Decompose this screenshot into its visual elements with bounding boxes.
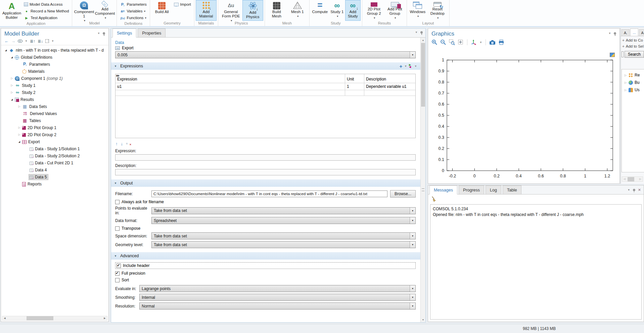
panel-menu-caret[interactable]: ▼ [628, 188, 630, 191]
back-arrow-icon[interactable]: ← [4, 39, 9, 44]
combobox-caret-icon[interactable]: ▼ [410, 52, 415, 58]
full-precision-checkbox[interactable] [115, 271, 120, 276]
expand-arrow[interactable]: ▷ [17, 133, 21, 136]
pin-icon[interactable] [420, 31, 423, 34]
tree-item-body[interactable]: Data 4 [29, 167, 48, 173]
plot-group2-button[interactable]: 2D Plot Group 2▼ [364, 0, 384, 21]
tree-item[interactable]: Data 4 [1, 166, 108, 173]
tree-item-body[interactable]: Export [21, 139, 41, 145]
add-to-component-link[interactable]: + Add to Co [622, 38, 644, 42]
sidebar-tab-active[interactable]: ... [630, 29, 638, 36]
tab-properties[interactable]: Properties [138, 29, 166, 37]
geometry-level-combobox[interactable]: Take from data set▼ [151, 241, 416, 248]
add-physics-button[interactable]: Add Physics [242, 0, 263, 21]
collapse-arrow-icon[interactable]: ▼ [114, 65, 117, 68]
scrollbar-thumb[interactable] [628, 177, 634, 181]
tab-messages[interactable]: Messages [429, 185, 457, 195]
data-set-combobox[interactable]: 0.005 ▼ [115, 51, 416, 58]
collapse-arrow-icon[interactable]: ▼ [114, 182, 117, 185]
snapshot-camera-icon[interactable] [489, 40, 496, 45]
plot-canvas[interactable]: -0.200.20.40.60.811.200.10.20.30.40.50.6… [431, 57, 618, 181]
sidebar-tab[interactable]: A. [639, 29, 644, 36]
add-component-button[interactable]: Add Component▼ [94, 0, 115, 21]
delete-button[interactable] [126, 142, 130, 146]
add-to-selection-link[interactable]: + Add to Sel [622, 44, 644, 48]
tree-item[interactable]: ◢Results [1, 96, 108, 103]
expand-arrow[interactable]: ▷ [10, 77, 14, 80]
tree-item[interactable]: Reports [1, 180, 108, 187]
scrollbar-grip[interactable] [422, 188, 424, 191]
tree-item[interactable]: Derived Values [1, 110, 108, 117]
tab-log[interactable]: Log [486, 185, 501, 194]
tree-item-body[interactable]: nlm - with T in cont eqs - theta replace… [8, 47, 105, 53]
tab-table[interactable]: Table [503, 185, 521, 194]
tree-item-body[interactable]: Tables [21, 118, 42, 123]
mesh1-button[interactable]: Mesh 1▼ [287, 0, 308, 21]
unit-cell[interactable]: 1 [345, 83, 364, 90]
expand-arrow[interactable]: ▷ [625, 74, 629, 77]
tree-item[interactable]: ◢Global Definitions [1, 54, 108, 61]
component1-button[interactable]: Component 1▼ [74, 0, 94, 21]
dropdown-caret[interactable]: ▼ [51, 40, 54, 43]
build-all-button[interactable]: Build All [151, 0, 172, 21]
tree-item[interactable]: ▷Study 2 [1, 89, 108, 96]
combobox-caret-icon[interactable]: ▼ [410, 208, 415, 214]
collapse-all-icon[interactable]: ≣↑ [30, 39, 35, 44]
output-section-header[interactable]: ▼ Output [111, 179, 420, 187]
tree-item-body[interactable]: Materials [21, 69, 46, 74]
tree-item[interactable]: ◢Export [1, 138, 108, 145]
study1-button[interactable]: Study 1▼ [329, 0, 345, 21]
expand-arrow[interactable]: ▷ [10, 91, 14, 94]
tree-item-body[interactable]: Data - Cut Point 2D 1 [29, 160, 75, 166]
move-down-button[interactable]: ↓ [121, 142, 123, 146]
collapse-arrow[interactable]: ◢ [10, 98, 14, 101]
scroll-up-button[interactable]: ▲ [421, 38, 425, 43]
expressions-section-header[interactable]: ▼ Expressions + ▼ ▼ [111, 62, 420, 70]
space-dimension-combobox[interactable]: Take from data set▼ [151, 232, 416, 239]
tree-item[interactable]: ◢nlm - with T in cont eqs - theta replac… [1, 47, 108, 54]
combobox-caret-icon[interactable]: ▼ [410, 241, 415, 248]
print-icon[interactable] [498, 40, 504, 45]
pin-icon[interactable] [103, 32, 105, 35]
forward-arrow-icon[interactable]: → [11, 39, 15, 44]
functions-button[interactable]: Functions▼ [118, 14, 148, 21]
tab-settings[interactable]: Settings [112, 29, 136, 38]
tree-item[interactable]: ▷Component 1(comp 1) [1, 75, 108, 82]
dropdown-caret[interactable]: ▼ [479, 41, 482, 44]
expand-arrow[interactable]: ▷ [17, 126, 21, 129]
reset-desktop-button[interactable]: Reset Desktop▼ [427, 0, 448, 21]
collapse-arrow-icon[interactable]: ▼ [114, 255, 117, 258]
smoothing-combobox[interactable]: Internal▼ [139, 294, 416, 301]
scroll-right-button[interactable]: ▷ [638, 177, 643, 181]
combobox-caret-icon[interactable]: ▼ [410, 233, 415, 239]
expand-arrow[interactable]: ▷ [10, 84, 14, 87]
combobox-caret-icon[interactable]: ▼ [410, 285, 415, 292]
scrollbar-thumb[interactable] [421, 43, 425, 107]
sort-checkbox[interactable] [115, 278, 120, 282]
zoom-extents-icon[interactable] [458, 39, 464, 45]
tree-item-body[interactable]: Component 1(comp 1) [14, 76, 64, 81]
tab-progress[interactable]: Progress [459, 185, 484, 194]
advanced-section-header[interactable]: ▼ Advanced [111, 252, 420, 260]
add-study-button[interactable]: Add Study [345, 0, 361, 21]
expression-input[interactable] [115, 154, 416, 161]
collapse-arrow[interactable]: ◢ [10, 56, 14, 59]
build-mesh-button[interactable]: Build Mesh [266, 0, 287, 21]
windows-button[interactable]: Windows▼ [408, 0, 427, 21]
tree-item[interactable]: Tables [1, 117, 108, 124]
description-input[interactable] [115, 169, 416, 175]
test-application-button[interactable]: Test Application [22, 14, 71, 21]
add-expression-button[interactable]: + [399, 64, 402, 69]
search-input[interactable] [622, 51, 624, 57]
general-form-pde-button[interactable]: General Form PDE▼ [220, 0, 242, 21]
model-data-access-button[interactable]: Model Data Access [22, 1, 71, 8]
search-button[interactable]: Search [625, 51, 644, 58]
combobox-caret-icon[interactable]: ▼ [410, 217, 415, 224]
show-eye-icon[interactable] [18, 40, 22, 43]
expand-arrow[interactable]: ▷ [625, 89, 629, 92]
tree-item[interactable]: Parameters [1, 61, 108, 68]
tree-item[interactable]: ▷2D Plot Group 2 [1, 131, 108, 138]
tree-item[interactable]: Data - Study 2/Solution 2 [1, 152, 108, 159]
tree-item[interactable]: Materials [1, 68, 108, 75]
variables-button[interactable]: Variables▼ [118, 8, 148, 14]
